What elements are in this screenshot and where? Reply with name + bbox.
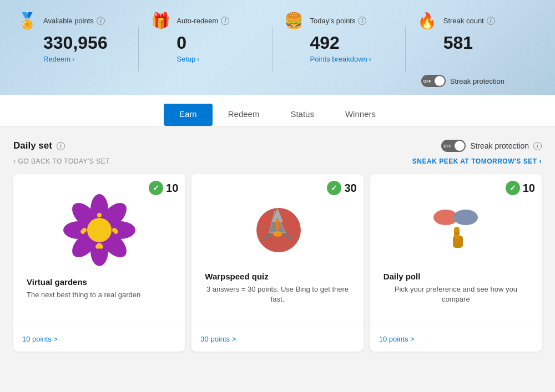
- svg-rect-23: [276, 219, 279, 230]
- daily-poll-svg: [422, 194, 489, 261]
- streak-protection-main-label: Streak protection: [470, 141, 529, 150]
- warpspeed-svg: [244, 194, 311, 261]
- streak-count-info-icon[interactable]: i: [487, 17, 495, 25]
- daily-set-info-icon[interactable]: i: [57, 142, 65, 150]
- todays-points-value: 492: [310, 33, 394, 53]
- warpspeed-quiz-card[interactable]: ✓ 30: [191, 174, 363, 352]
- todays-points-stat: 🍔 Today's points i 492 Points breakdown …: [284, 10, 405, 63]
- warpspeed-footer: 30 points >: [191, 327, 363, 352]
- available-points-top: 🏅 Available points i: [17, 10, 127, 31]
- svg-point-8: [87, 218, 112, 242]
- svg-point-11: [112, 228, 117, 232]
- todays-points-label: Today's points i: [310, 17, 367, 25]
- daily-set-title: Daily set i: [13, 140, 65, 151]
- daily-poll-title: Daily poll: [384, 272, 528, 281]
- medal-icon: 🏅: [17, 10, 38, 31]
- virtual-gardens-title: Virtual gardens: [27, 277, 171, 287]
- header-divider-1: [138, 27, 139, 71]
- header-divider-3: [405, 27, 406, 71]
- cards-grid: ✓ 10: [13, 174, 542, 352]
- tab-status[interactable]: Status: [275, 104, 330, 126]
- daily-poll-footer: 10 points >: [370, 327, 542, 352]
- todays-points-top: 🍔 Today's points i: [284, 10, 394, 31]
- daily-set-header: Daily set i Streak protection i: [13, 140, 542, 152]
- virtual-gardens-footer: 10 points >: [13, 327, 185, 352]
- warpspeed-desc: 3 answers = 30 points. Use Bing to get t…: [205, 284, 350, 304]
- daily-poll-badge: ✓ 10: [506, 181, 535, 195]
- warpspeed-title: Warpspeed quiz: [205, 272, 350, 281]
- auto-redeem-info-icon[interactable]: i: [221, 17, 229, 25]
- warpspeed-badge: ✓ 30: [327, 181, 356, 195]
- set-nav-row: ‹ GO BACK TO TODAY'S SET SNEAK PEEK AT T…: [13, 157, 542, 165]
- streak-protection-main-info-icon[interactable]: i: [533, 142, 542, 150]
- virtual-gardens-main: Virtual gardens The next best thing to a…: [13, 174, 185, 327]
- go-back-link[interactable]: ‹ GO BACK TO TODAY'S SET: [13, 157, 110, 165]
- tab-redeem[interactable]: Redeem: [213, 104, 275, 126]
- daily-poll-card[interactable]: ✓ 10: [370, 174, 542, 352]
- daily-poll-points: 10: [523, 182, 535, 195]
- streak-count-top: 🔥 Streak count i: [417, 10, 527, 31]
- points-breakdown-link[interactable]: Points breakdown ›: [310, 55, 394, 63]
- virtual-gardens-points: 10: [166, 182, 178, 195]
- redeem-link[interactable]: Redeem ›: [43, 55, 127, 63]
- streak-protection-header: Streak protection: [421, 75, 527, 87]
- sneak-peek-link[interactable]: SNEAK PEEK AT TOMORROW'S SET ›: [412, 157, 542, 165]
- tab-winners[interactable]: Winners: [330, 104, 391, 126]
- flower-svg: [63, 194, 135, 266]
- burger-icon: 🍔: [284, 10, 305, 31]
- setup-link[interactable]: Setup ›: [176, 55, 260, 63]
- streak-protection-main: Streak protection i: [441, 140, 542, 152]
- warpspeed-check: ✓: [327, 181, 341, 195]
- auto-redeem-top: 🎁 Auto-redeem i: [150, 10, 260, 31]
- daily-poll-footer-link[interactable]: 10 points >: [379, 335, 415, 343]
- daily-poll-text: Daily poll Pick your preference and see …: [379, 272, 533, 304]
- gift-icon: 🎁: [150, 10, 171, 31]
- daily-poll-main: Daily poll Pick your preference and see …: [370, 174, 542, 327]
- svg-point-20: [273, 231, 282, 237]
- fire-icon: 🔥: [417, 10, 438, 31]
- tab-earn[interactable]: Earn: [164, 104, 213, 126]
- streak-count-label: Streak count i: [443, 17, 495, 25]
- svg-rect-31: [454, 232, 460, 235]
- warpspeed-points: 30: [344, 182, 356, 195]
- streak-protection-header-label: Streak protection: [450, 77, 504, 85]
- virtual-gardens-check: ✓: [149, 181, 163, 195]
- svg-point-26: [286, 212, 289, 215]
- available-points-label: Available points i: [43, 17, 105, 25]
- available-points-value: 330,956: [43, 33, 127, 53]
- svg-point-9: [97, 213, 102, 217]
- virtual-gardens-footer-link[interactable]: 10 points >: [22, 335, 58, 343]
- header-banner: 🏅 Available points i 330,956 Redeem › 🎁 …: [0, 0, 555, 95]
- virtual-gardens-desc: The next best thing to a real garden: [27, 290, 171, 300]
- virtual-gardens-badge: ✓ 10: [149, 181, 178, 195]
- warpspeed-footer-link[interactable]: 30 points >: [200, 335, 236, 343]
- daily-poll-desc: Pick your preference and see how you com…: [384, 284, 528, 304]
- svg-point-25: [291, 222, 295, 227]
- virtual-gardens-text: Virtual gardens The next best thing to a…: [22, 277, 176, 300]
- streak-protection-header-toggle[interactable]: [421, 75, 446, 87]
- header-divider-2: [272, 27, 273, 71]
- todays-points-info-icon[interactable]: i: [358, 17, 366, 25]
- auto-redeem-label: Auto-redeem i: [176, 17, 229, 25]
- streak-protection-main-toggle[interactable]: [441, 140, 466, 152]
- virtual-gardens-card[interactable]: ✓ 10: [13, 174, 185, 352]
- available-points-stat: 🏅 Available points i 330,956 Redeem ›: [17, 10, 138, 63]
- warpspeed-text: Warpspeed quiz 3 answers = 30 points. Us…: [200, 272, 354, 304]
- virtual-gardens-image: [22, 183, 176, 277]
- nav-tabs: Earn Redeem Status Winners: [0, 95, 555, 126]
- auto-redeem-stat: 🎁 Auto-redeem i 0 Setup ›: [150, 10, 271, 63]
- warpspeed-image: [200, 183, 354, 272]
- daily-poll-check: ✓: [506, 181, 520, 195]
- main-content: Daily set i Streak protection i ‹ GO BAC…: [0, 126, 555, 363]
- svg-point-28: [453, 210, 478, 225]
- available-points-info-icon[interactable]: i: [97, 17, 105, 25]
- svg-point-24: [261, 216, 266, 222]
- streak-count-value: 581: [443, 33, 527, 53]
- daily-poll-image: [379, 183, 533, 272]
- streak-count-stat: 🔥 Streak count i 581 Streak protection: [417, 10, 538, 87]
- auto-redeem-value: 0: [176, 33, 260, 53]
- warpspeed-main: Warpspeed quiz 3 answers = 30 points. Us…: [191, 174, 363, 327]
